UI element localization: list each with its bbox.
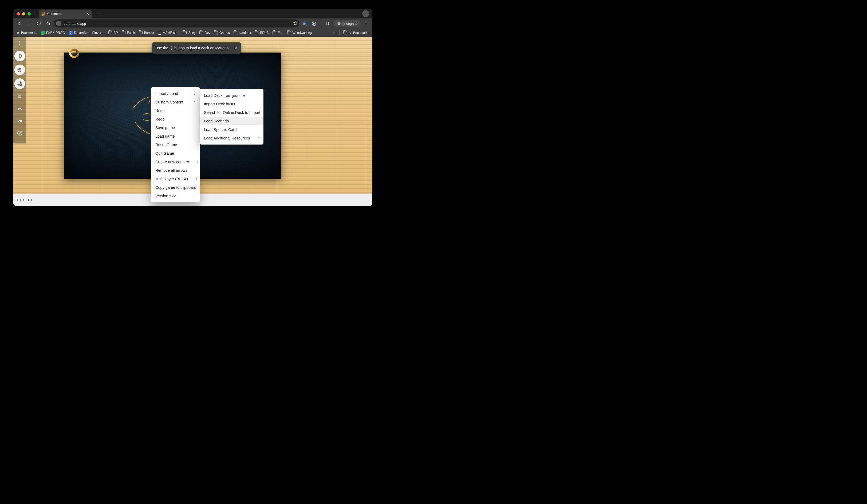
nav-back-button[interactable] <box>15 19 24 28</box>
nav-home-button[interactable] <box>44 19 53 28</box>
status-menu-icon[interactable] <box>17 199 24 201</box>
close-icon[interactable]: ✕ <box>234 46 237 51</box>
hint-text-post: button to load a deck or scenario <box>174 46 228 50</box>
pan-tool-button[interactable] <box>14 65 25 75</box>
bookmark-item[interactable]: sandbox <box>234 31 251 35</box>
menu-item[interactable]: Import Deck by ID <box>200 100 264 108</box>
redo-button[interactable] <box>15 117 24 126</box>
menu-item-label: Load Deck from json file <box>204 93 246 98</box>
bookmark-item[interactable]: Dev <box>200 31 210 35</box>
bookmark-item[interactable]: Fun <box>272 31 283 35</box>
zoom-window[interactable] <box>28 12 31 15</box>
bookmark-item[interactable]: PARK PROG <box>41 31 65 35</box>
menu-item[interactable]: Redo <box>151 115 200 123</box>
menu-item[interactable]: Remove all arrows <box>151 166 200 175</box>
svg-rect-1 <box>327 22 330 25</box>
bookmark-item[interactable]: Woodworking <box>287 31 312 35</box>
bookmark-label: EPUB <box>260 31 269 35</box>
bookmarks-overflow-icon[interactable]: » <box>334 31 336 35</box>
menu-item[interactable]: Load Deck from json file <box>200 91 264 100</box>
left-toolbar <box>13 37 26 143</box>
bookmark-item[interactable]: Games <box>214 31 230 35</box>
bookmark-item[interactable]: CDreamBox - Clever… <box>69 31 105 35</box>
close-window[interactable] <box>17 12 20 15</box>
bookmarks-bar: ★BookmarksPARK PROGCDreamBox - Clever…BP… <box>13 29 372 37</box>
menu-item-label: Load Additional Resources <box>204 136 250 140</box>
tab-overflow-button[interactable] <box>362 10 369 17</box>
bookmark-item[interactable]: Bunker <box>139 31 154 35</box>
list-view-button[interactable] <box>15 92 24 101</box>
bookmark-item[interactable]: Sony <box>183 31 195 35</box>
menu-item[interactable]: Search for Online Deck to Import <box>200 108 264 117</box>
folder-icon <box>122 31 126 34</box>
extension-globe-icon[interactable] <box>300 19 309 28</box>
chevron-right-icon: › <box>196 176 197 181</box>
bookmark-label: Games <box>220 31 230 35</box>
site-settings-icon[interactable] <box>56 21 61 25</box>
browser-menu-button[interactable] <box>362 19 370 28</box>
bookmark-item[interactable]: MAME stuff <box>158 31 179 35</box>
menu-item[interactable]: Custom Content› <box>151 98 200 106</box>
menu-item[interactable]: Reset Game <box>151 141 200 149</box>
hint-toast: Use the button to load a deck or scenari… <box>152 42 241 54</box>
app-menu-button[interactable] <box>14 40 25 46</box>
folder-icon <box>108 31 112 34</box>
browser-tab[interactable]: Cardtable × <box>39 10 92 18</box>
new-tab-button[interactable]: ＋ <box>94 10 102 18</box>
menu-item[interactable]: Load game <box>151 132 200 141</box>
menu-item-label: Copy game to clipboard <box>156 185 196 189</box>
incognito-label: Incognito <box>343 22 357 25</box>
chevron-right-icon: › <box>194 91 195 96</box>
url-bar[interactable]: card-table.app <box>54 20 299 28</box>
toolbar-divider <box>321 21 321 26</box>
snap-grid-button[interactable] <box>14 78 25 89</box>
bookmark-star-icon[interactable] <box>293 21 298 26</box>
menu-item[interactable]: Load Additional Resources› <box>200 134 264 142</box>
menu-item[interactable]: Load Scenario <box>200 117 264 125</box>
svg-point-4 <box>366 22 366 22</box>
menu-item[interactable]: Version 522 <box>151 192 200 200</box>
bookmark-item[interactable]: BP <box>108 31 118 35</box>
folder-icon <box>272 31 276 34</box>
context-menu-import-load[interactable]: Load Deck from json fileImport Deck by I… <box>200 89 264 144</box>
bookmark-label: DreamBox - Clever… <box>74 31 105 35</box>
bookmark-label: Fetch <box>127 31 135 35</box>
menu-item[interactable]: Save game <box>151 123 200 132</box>
extensions-icon[interactable] <box>310 19 319 28</box>
svg-point-9 <box>19 44 20 45</box>
bookmark-label: Bookmarks <box>21 31 37 35</box>
incognito-indicator[interactable]: Incognito <box>334 20 361 27</box>
bookmark-item[interactable]: ★Bookmarks <box>16 31 37 35</box>
all-bookmarks-button[interactable]: All Bookmarks <box>343 31 369 35</box>
menu-item[interactable]: Load Specific Card <box>200 125 264 134</box>
menu-item-label: Version 522 <box>156 194 176 198</box>
tab-close-icon[interactable]: × <box>87 12 89 16</box>
window-controls[interactable] <box>17 12 31 15</box>
menu-item[interactable]: Import / Load› <box>151 89 200 98</box>
nav-forward-button[interactable] <box>25 19 33 28</box>
screen: Cardtable × ＋ <box>0 0 867 504</box>
help-button[interactable] <box>14 129 25 137</box>
nav-reload-button[interactable] <box>34 19 43 28</box>
folder-icon <box>214 31 218 34</box>
bookmark-item[interactable]: EPUB <box>255 31 269 35</box>
bookmark-label: sandbox <box>239 31 251 35</box>
bookmark-item[interactable]: Fetch <box>122 31 135 35</box>
menu-item[interactable]: Quit Game <box>151 149 200 157</box>
menu-item[interactable]: Undo <box>151 106 200 115</box>
bookmark-label: Fun <box>278 31 283 35</box>
minimize-window[interactable] <box>22 12 25 15</box>
move-tool-button[interactable] <box>14 51 25 61</box>
menu-item-label: Load game <box>156 134 175 139</box>
menu-item-label: Create new counter <box>156 160 189 164</box>
all-bookmarks-label: All Bookmarks <box>349 31 369 35</box>
menu-item[interactable]: Multiplayer (BETA)› <box>151 175 200 183</box>
undo-button[interactable] <box>15 105 24 113</box>
sidepanel-icon[interactable] <box>324 19 333 28</box>
context-menu-main[interactable]: Import / Load›Custom Content›UndoRedoSav… <box>151 87 200 202</box>
url-text: card-table.app <box>64 22 290 25</box>
one-ring-token[interactable] <box>68 47 80 59</box>
menu-item-label: Quit Game <box>156 151 174 155</box>
menu-item[interactable]: Create new counter› <box>151 157 200 166</box>
menu-item[interactable]: Copy game to clipboard <box>151 183 200 192</box>
